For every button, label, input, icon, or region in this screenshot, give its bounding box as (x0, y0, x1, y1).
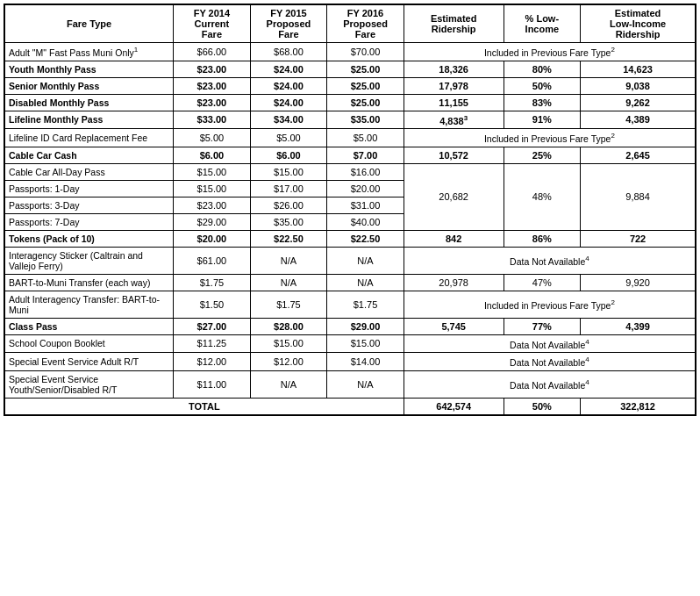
fare-type-cell: Disabled Monthly Pass (4, 94, 174, 111)
fy2016-cell: N/A (327, 274, 404, 291)
total-row: TOTAL642,57450%322,812 (4, 398, 696, 415)
table-row: Special Event Service Youth/Senior/Disab… (4, 370, 696, 398)
ridership-cell: 11,155 (404, 94, 504, 111)
pct-low-cell: 91% (504, 111, 581, 129)
fare-type-cell: Passports: 1-Day (4, 180, 174, 197)
fy2016-cell: $5.00 (327, 129, 404, 147)
table-row: Senior Monthly Pass$23.00$24.00$25.0017,… (4, 77, 696, 94)
pct-low-cell: 47% (504, 274, 581, 291)
fy2016-cell: $31.00 (327, 197, 404, 213)
col-header-ridership: EstimatedRidership (404, 4, 504, 43)
ridership-cell: 10,572 (404, 147, 504, 163)
fy2014-cell: $6.00 (174, 147, 251, 163)
table-row: Disabled Monthly Pass$23.00$24.00$25.001… (4, 94, 696, 111)
pct-low-cell: 50% (504, 77, 581, 94)
fare-type-cell: Interagency Sticker (Caltrain and Vallej… (4, 247, 174, 274)
low-income-cell: 2,645 (581, 147, 696, 163)
fy2014-cell: $29.00 (174, 213, 251, 230)
fy2015-cell: $5.00 (250, 129, 327, 147)
fy2014-cell: $20.00 (174, 230, 251, 247)
low-income-cell: 9,884 (581, 163, 696, 230)
pct-low-cell: 86% (504, 230, 581, 247)
fare-table: Fare Type FY 2014CurrentFare FY 2015Prop… (4, 4, 696, 416)
fy2015-cell: $1.75 (250, 291, 327, 318)
fare-type-cell: Lifeline ID Card Replacement Fee (4, 129, 174, 147)
fy2015-cell: $24.00 (250, 61, 327, 77)
pct-low-cell: 48% (504, 163, 581, 230)
ridership-cell: 17,978 (404, 77, 504, 94)
table-row: Cable Car Cash$6.00$6.00$7.0010,57225%2,… (4, 147, 696, 163)
fy2016-cell: N/A (327, 370, 404, 398)
col-header-fare-type: Fare Type (4, 4, 174, 43)
fare-type-cell: Special Event Service Adult R/T (4, 353, 174, 371)
low-income-cell: 9,038 (581, 77, 696, 94)
fy2016-cell: $15.00 (327, 334, 404, 353)
table-row: Class Pass$27.00$28.00$29.005,74577%4,39… (4, 318, 696, 334)
ridership-cell: 20,682 (404, 163, 504, 230)
fy2014-cell: $61.00 (174, 247, 251, 274)
span-note-cell: Data Not Available4 (404, 334, 696, 353)
fy2015-cell: $35.00 (250, 213, 327, 230)
fy2015-cell: $15.00 (250, 163, 327, 180)
fare-type-cell: Passports: 3-Day (4, 197, 174, 213)
table-row: Youth Monthly Pass$23.00$24.00$25.0018,3… (4, 61, 696, 77)
table-row: Special Event Service Adult R/T$12.00$12… (4, 353, 696, 371)
fy2016-cell: $25.00 (327, 94, 404, 111)
table-row: Lifeline Monthly Pass$33.00$34.00$35.004… (4, 111, 696, 129)
pct-low-cell: 77% (504, 318, 581, 334)
fy2014-cell: $11.25 (174, 334, 251, 353)
fare-type-cell: Lifeline Monthly Pass (4, 111, 174, 129)
ridership-cell: 5,745 (404, 318, 504, 334)
pct-low-cell: 83% (504, 94, 581, 111)
col-header-fy2016: FY 2016ProposedFare (327, 4, 404, 43)
fy2016-cell: $40.00 (327, 213, 404, 230)
pct-low-cell: 80% (504, 61, 581, 77)
total-low-income: 322,812 (581, 398, 696, 415)
fy2014-cell: $33.00 (174, 111, 251, 129)
col-header-fy2015: FY 2015ProposedFare (250, 4, 327, 43)
fy2014-cell: $66.00 (174, 43, 251, 61)
fy2016-cell: $22.50 (327, 230, 404, 247)
span-note-cell: Data Not Available4 (404, 370, 696, 398)
fy2014-cell: $15.00 (174, 180, 251, 197)
low-income-cell: 4,399 (581, 318, 696, 334)
pct-low-cell: 25% (504, 147, 581, 163)
fy2015-cell: $22.50 (250, 230, 327, 247)
fare-type-cell: Passports: 7-Day (4, 213, 174, 230)
col-header-pct-low: % Low-Income (504, 4, 581, 43)
fy2015-cell: N/A (250, 370, 327, 398)
fy2016-cell: N/A (327, 247, 404, 274)
fare-type-cell: School Coupon Booklet (4, 334, 174, 353)
fy2014-cell: $1.50 (174, 291, 251, 318)
fy2016-cell: $25.00 (327, 61, 404, 77)
main-container: Fare Type FY 2014CurrentFare FY 2015Prop… (0, 0, 700, 420)
fy2014-cell: $23.00 (174, 197, 251, 213)
low-income-cell: 14,623 (581, 61, 696, 77)
fy2014-cell: $23.00 (174, 94, 251, 111)
fy2015-cell: N/A (250, 274, 327, 291)
fy2016-cell: $20.00 (327, 180, 404, 197)
fy2015-cell: $15.00 (250, 334, 327, 353)
fare-type-cell: Tokens (Pack of 10) (4, 230, 174, 247)
fy2014-cell: $27.00 (174, 318, 251, 334)
ridership-cell: 842 (404, 230, 504, 247)
col-header-low-income: EstimatedLow-IncomeRidership (581, 4, 696, 43)
fy2014-cell: $15.00 (174, 163, 251, 180)
fare-type-cell: Cable Car Cash (4, 147, 174, 163)
fy2015-cell: $17.00 (250, 180, 327, 197)
total-ridership: 642,574 (404, 398, 504, 415)
fare-type-cell: Senior Monthly Pass (4, 77, 174, 94)
table-row: Adult "M" Fast Pass Muni Only1$66.00$68.… (4, 43, 696, 61)
fy2014-cell: $23.00 (174, 77, 251, 94)
fare-type-cell: Adult Interagency Transfer: BART-to-Muni (4, 291, 174, 318)
table-header-row: Fare Type FY 2014CurrentFare FY 2015Prop… (4, 4, 696, 43)
fy2016-cell: $16.00 (327, 163, 404, 180)
span-note-cell: Data Not Available4 (404, 247, 696, 274)
ridership-cell: 20,978 (404, 274, 504, 291)
fy2015-cell: $28.00 (250, 318, 327, 334)
table-row: Cable Car All-Day Pass$15.00$15.00$16.00… (4, 163, 696, 180)
fy2014-cell: $5.00 (174, 129, 251, 147)
fare-type-cell: Class Pass (4, 318, 174, 334)
fy2016-cell: $1.75 (327, 291, 404, 318)
span-note-cell: Data Not Available4 (404, 353, 696, 371)
